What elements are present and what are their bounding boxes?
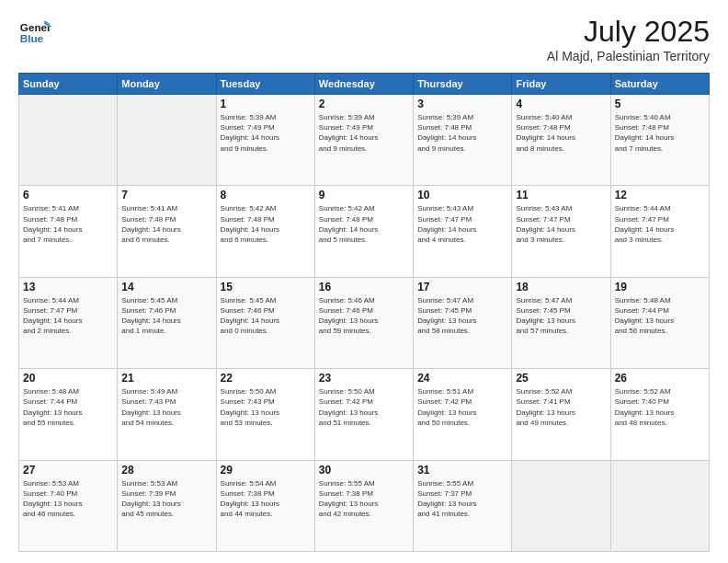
day-number: 12	[615, 189, 705, 201]
day-number: 18	[516, 281, 606, 293]
calendar-cell: 20Sunrise: 5:48 AM Sunset: 7:44 PM Dayli…	[19, 369, 118, 460]
day-info: Sunrise: 5:52 AM Sunset: 7:40 PM Dayligh…	[615, 386, 705, 428]
weekday-header-tuesday: Tuesday	[216, 74, 314, 95]
calendar-cell: 19Sunrise: 5:48 AM Sunset: 7:44 PM Dayli…	[610, 277, 709, 368]
day-number: 2	[319, 98, 409, 110]
day-number: 23	[319, 372, 409, 385]
day-number: 21	[121, 372, 211, 385]
day-info: Sunrise: 5:51 AM Sunset: 7:42 PM Dayligh…	[417, 386, 507, 428]
day-number: 1	[221, 98, 311, 110]
calendar-cell: 5Sunrise: 5:40 AM Sunset: 7:48 PM Daylig…	[610, 95, 709, 186]
calendar-week-4: 20Sunrise: 5:48 AM Sunset: 7:44 PM Dayli…	[19, 369, 710, 460]
weekday-header-monday: Monday	[118, 74, 216, 95]
day-info: Sunrise: 5:42 AM Sunset: 7:48 PM Dayligh…	[221, 203, 311, 245]
day-number: 3	[417, 98, 507, 110]
day-number: 7	[121, 189, 211, 201]
logo: General Blue	[18, 15, 51, 48]
day-info: Sunrise: 5:43 AM Sunset: 7:47 PM Dayligh…	[417, 203, 507, 245]
day-info: Sunrise: 5:41 AM Sunset: 7:48 PM Dayligh…	[121, 203, 211, 245]
calendar-cell	[512, 460, 610, 551]
calendar-cell: 18Sunrise: 5:47 AM Sunset: 7:45 PM Dayli…	[512, 277, 610, 368]
calendar-cell: 7Sunrise: 5:41 AM Sunset: 7:48 PM Daylig…	[118, 186, 216, 277]
calendar-cell: 8Sunrise: 5:42 AM Sunset: 7:48 PM Daylig…	[216, 186, 314, 277]
day-number: 11	[516, 189, 606, 201]
day-info: Sunrise: 5:55 AM Sunset: 7:38 PM Dayligh…	[319, 478, 409, 520]
day-info: Sunrise: 5:54 AM Sunset: 7:38 PM Dayligh…	[221, 478, 311, 520]
day-number: 5	[615, 98, 705, 110]
calendar-cell: 30Sunrise: 5:55 AM Sunset: 7:38 PM Dayli…	[314, 460, 413, 551]
day-number: 24	[417, 372, 507, 385]
calendar-cell: 2Sunrise: 5:39 AM Sunset: 7:49 PM Daylig…	[314, 95, 413, 186]
day-number: 15	[221, 281, 311, 293]
calendar-cell: 4Sunrise: 5:40 AM Sunset: 7:48 PM Daylig…	[512, 95, 610, 186]
day-info: Sunrise: 5:50 AM Sunset: 7:43 PM Dayligh…	[221, 386, 311, 428]
weekday-header-row: SundayMondayTuesdayWednesdayThursdayFrid…	[19, 74, 710, 95]
calendar-week-5: 27Sunrise: 5:53 AM Sunset: 7:40 PM Dayli…	[19, 460, 710, 551]
logo-icon: General Blue	[18, 15, 51, 48]
calendar-cell: 28Sunrise: 5:53 AM Sunset: 7:39 PM Dayli…	[118, 460, 216, 551]
calendar-cell: 11Sunrise: 5:43 AM Sunset: 7:47 PM Dayli…	[512, 186, 610, 277]
calendar-cell: 24Sunrise: 5:51 AM Sunset: 7:42 PM Dayli…	[414, 369, 512, 460]
day-info: Sunrise: 5:48 AM Sunset: 7:44 PM Dayligh…	[615, 295, 705, 337]
day-number: 14	[121, 281, 211, 293]
calendar-cell: 15Sunrise: 5:45 AM Sunset: 7:46 PM Dayli…	[216, 277, 314, 368]
calendar-cell: 27Sunrise: 5:53 AM Sunset: 7:40 PM Dayli…	[19, 460, 118, 551]
svg-text:Blue: Blue	[20, 32, 44, 44]
day-number: 13	[23, 281, 113, 293]
calendar-cell	[610, 460, 709, 551]
calendar-table: SundayMondayTuesdayWednesdayThursdayFrid…	[18, 73, 710, 552]
calendar-cell: 17Sunrise: 5:47 AM Sunset: 7:45 PM Dayli…	[414, 277, 512, 368]
calendar-cell: 12Sunrise: 5:44 AM Sunset: 7:47 PM Dayli…	[610, 186, 709, 277]
weekday-header-friday: Friday	[512, 74, 610, 95]
day-info: Sunrise: 5:39 AM Sunset: 7:49 PM Dayligh…	[221, 112, 311, 154]
calendar-cell: 25Sunrise: 5:52 AM Sunset: 7:41 PM Dayli…	[512, 369, 610, 460]
day-number: 28	[121, 464, 211, 477]
day-number: 27	[23, 464, 113, 477]
day-info: Sunrise: 5:45 AM Sunset: 7:46 PM Dayligh…	[221, 295, 311, 337]
day-number: 9	[319, 189, 409, 201]
day-info: Sunrise: 5:39 AM Sunset: 7:49 PM Dayligh…	[319, 112, 409, 154]
day-info: Sunrise: 5:39 AM Sunset: 7:48 PM Dayligh…	[417, 112, 507, 154]
day-info: Sunrise: 5:50 AM Sunset: 7:42 PM Dayligh…	[319, 386, 409, 428]
calendar-cell: 26Sunrise: 5:52 AM Sunset: 7:40 PM Dayli…	[610, 369, 709, 460]
calendar-cell: 13Sunrise: 5:44 AM Sunset: 7:47 PM Dayli…	[19, 277, 118, 368]
calendar-cell	[118, 95, 216, 186]
calendar-cell: 10Sunrise: 5:43 AM Sunset: 7:47 PM Dayli…	[414, 186, 512, 277]
day-info: Sunrise: 5:42 AM Sunset: 7:48 PM Dayligh…	[319, 203, 409, 245]
day-info: Sunrise: 5:47 AM Sunset: 7:45 PM Dayligh…	[516, 295, 606, 337]
day-number: 22	[221, 372, 311, 385]
day-number: 29	[221, 464, 311, 477]
day-number: 10	[417, 189, 507, 201]
day-info: Sunrise: 5:55 AM Sunset: 7:37 PM Dayligh…	[417, 478, 507, 520]
day-number: 31	[417, 464, 507, 477]
calendar-cell: 9Sunrise: 5:42 AM Sunset: 7:48 PM Daylig…	[314, 186, 413, 277]
day-number: 25	[516, 372, 606, 385]
day-info: Sunrise: 5:41 AM Sunset: 7:48 PM Dayligh…	[23, 203, 113, 245]
day-number: 8	[221, 189, 311, 201]
day-info: Sunrise: 5:52 AM Sunset: 7:41 PM Dayligh…	[516, 386, 606, 428]
day-number: 17	[417, 281, 507, 293]
day-info: Sunrise: 5:44 AM Sunset: 7:47 PM Dayligh…	[615, 203, 705, 245]
day-number: 26	[615, 372, 705, 385]
day-info: Sunrise: 5:49 AM Sunset: 7:43 PM Dayligh…	[121, 386, 211, 428]
day-info: Sunrise: 5:46 AM Sunset: 7:46 PM Dayligh…	[319, 295, 409, 337]
month-title: July 2025	[547, 15, 710, 49]
calendar-week-3: 13Sunrise: 5:44 AM Sunset: 7:47 PM Dayli…	[19, 277, 710, 368]
weekday-header-sunday: Sunday	[19, 74, 118, 95]
weekday-header-wednesday: Wednesday	[314, 74, 413, 95]
calendar-cell: 22Sunrise: 5:50 AM Sunset: 7:43 PM Dayli…	[216, 369, 314, 460]
day-info: Sunrise: 5:47 AM Sunset: 7:45 PM Dayligh…	[417, 295, 507, 337]
day-info: Sunrise: 5:40 AM Sunset: 7:48 PM Dayligh…	[615, 112, 705, 154]
day-info: Sunrise: 5:48 AM Sunset: 7:44 PM Dayligh…	[23, 386, 113, 428]
day-info: Sunrise: 5:45 AM Sunset: 7:46 PM Dayligh…	[121, 295, 211, 337]
day-info: Sunrise: 5:43 AM Sunset: 7:47 PM Dayligh…	[516, 203, 606, 245]
day-info: Sunrise: 5:53 AM Sunset: 7:40 PM Dayligh…	[23, 478, 113, 520]
weekday-header-saturday: Saturday	[610, 74, 709, 95]
day-info: Sunrise: 5:40 AM Sunset: 7:48 PM Dayligh…	[516, 112, 606, 154]
calendar-cell: 6Sunrise: 5:41 AM Sunset: 7:48 PM Daylig…	[19, 186, 118, 277]
day-number: 19	[615, 281, 705, 293]
calendar-cell	[19, 95, 118, 186]
calendar-cell: 16Sunrise: 5:46 AM Sunset: 7:46 PM Dayli…	[314, 277, 413, 368]
day-number: 30	[319, 464, 409, 477]
calendar-cell: 23Sunrise: 5:50 AM Sunset: 7:42 PM Dayli…	[314, 369, 413, 460]
